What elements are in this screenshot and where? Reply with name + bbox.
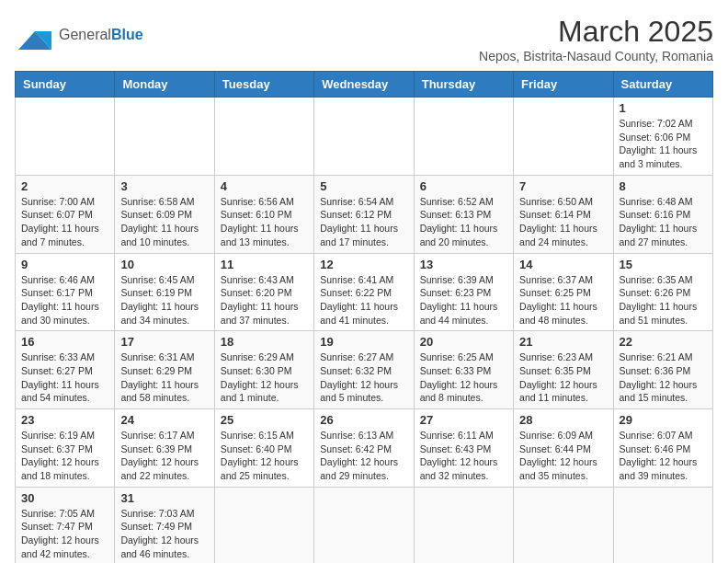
calendar-cell: [115, 98, 214, 176]
day-number: 16: [21, 335, 108, 349]
weekday-header-saturday: Saturday: [613, 72, 712, 98]
calendar-cell: 1Sunrise: 7:02 AM Sunset: 6:06 PM Daylig…: [613, 98, 712, 176]
calendar-cell: [214, 487, 313, 563]
day-info: Sunrise: 6:21 AM Sunset: 6:36 PM Dayligh…: [620, 350, 707, 405]
day-info: Sunrise: 6:52 AM Sunset: 6:13 PM Dayligh…: [420, 195, 507, 249]
day-number: 10: [120, 258, 208, 271]
day-info: Sunrise: 6:43 AM Sunset: 6:20 PM Dayligh…: [221, 273, 308, 327]
day-number: 2: [21, 179, 108, 193]
calendar-cell: 19Sunrise: 6:27 AM Sunset: 6:32 PM Dayli…: [314, 331, 414, 409]
location-subtitle: Nepos, Bistrita-Nasaud County, Romania: [479, 49, 713, 63]
day-info: Sunrise: 6:39 AM Sunset: 6:23 PM Dayligh…: [420, 273, 507, 327]
weekday-header-tuesday: Tuesday: [214, 72, 313, 98]
calendar-cell: 27Sunrise: 6:11 AM Sunset: 6:43 PM Dayli…: [414, 409, 513, 488]
day-info: Sunrise: 6:11 AM Sunset: 6:43 PM Dayligh…: [420, 429, 507, 483]
day-number: 22: [620, 335, 707, 349]
calendar-cell: 28Sunrise: 6:09 AM Sunset: 6:44 PM Dayli…: [514, 409, 613, 488]
calendar-cell: 22Sunrise: 6:21 AM Sunset: 6:36 PM Dayli…: [613, 331, 712, 409]
day-number: 29: [620, 413, 707, 427]
day-info: Sunrise: 6:13 AM Sunset: 6:42 PM Dayligh…: [320, 429, 407, 483]
calendar-week-6: 30Sunrise: 7:05 AM Sunset: 7:47 PM Dayli…: [16, 487, 713, 563]
day-number: 13: [420, 258, 507, 271]
calendar-cell: 18Sunrise: 6:29 AM Sunset: 6:30 PM Dayli…: [214, 331, 313, 409]
calendar-cell: 6Sunrise: 6:52 AM Sunset: 6:13 PM Daylig…: [414, 175, 513, 253]
calendar-cell: [16, 98, 115, 176]
calendar-header-row: SundayMondayTuesdayWednesdayThursdayFrid…: [16, 72, 713, 98]
calendar-cell: [314, 98, 414, 176]
calendar-week-1: 1Sunrise: 7:02 AM Sunset: 6:06 PM Daylig…: [16, 98, 713, 176]
day-info: Sunrise: 6:33 AM Sunset: 6:27 PM Dayligh…: [21, 350, 108, 405]
calendar-cell: 11Sunrise: 6:43 AM Sunset: 6:20 PM Dayli…: [214, 253, 313, 331]
day-number: 4: [221, 179, 308, 193]
calendar-table: SundayMondayTuesdayWednesdayThursdayFrid…: [15, 71, 713, 563]
day-number: 28: [519, 413, 607, 427]
day-info: Sunrise: 6:23 AM Sunset: 6:35 PM Dayligh…: [519, 350, 607, 405]
day-number: 24: [120, 413, 208, 427]
calendar-cell: 20Sunrise: 6:25 AM Sunset: 6:33 PM Dayli…: [414, 331, 513, 409]
calendar-week-2: 2Sunrise: 7:00 AM Sunset: 6:07 PM Daylig…: [16, 175, 713, 253]
calendar-cell: 4Sunrise: 6:56 AM Sunset: 6:10 PM Daylig…: [214, 175, 313, 253]
day-number: 12: [320, 258, 407, 271]
calendar-cell: 16Sunrise: 6:33 AM Sunset: 6:27 PM Dayli…: [16, 331, 115, 409]
day-number: 20: [420, 335, 507, 349]
calendar-cell: 21Sunrise: 6:23 AM Sunset: 6:35 PM Dayli…: [514, 331, 613, 409]
day-number: 21: [519, 335, 607, 349]
day-info: Sunrise: 7:02 AM Sunset: 6:06 PM Dayligh…: [620, 117, 707, 171]
calendar-week-5: 23Sunrise: 6:19 AM Sunset: 6:37 PM Dayli…: [16, 409, 713, 488]
day-info: Sunrise: 6:50 AM Sunset: 6:14 PM Dayligh…: [519, 195, 607, 249]
weekday-header-sunday: Sunday: [16, 72, 115, 98]
day-number: 9: [21, 258, 108, 271]
day-info: Sunrise: 6:09 AM Sunset: 6:44 PM Dayligh…: [519, 429, 607, 483]
day-number: 23: [21, 413, 108, 427]
day-info: Sunrise: 6:31 AM Sunset: 6:29 PM Dayligh…: [120, 350, 208, 405]
day-info: Sunrise: 6:07 AM Sunset: 6:46 PM Dayligh…: [620, 429, 707, 483]
day-number: 27: [420, 413, 507, 427]
title-block: March 2025 Nepos, Bistrita-Nasaud County…: [479, 15, 713, 63]
day-number: 7: [519, 179, 607, 193]
logo: GeneralBlue: [15, 15, 143, 55]
calendar-cell: 26Sunrise: 6:13 AM Sunset: 6:42 PM Dayli…: [314, 409, 414, 488]
calendar-cell: 31Sunrise: 7:03 AM Sunset: 7:49 PM Dayli…: [115, 487, 214, 563]
calendar-cell: 10Sunrise: 6:45 AM Sunset: 6:19 PM Dayli…: [115, 253, 214, 331]
day-number: 30: [21, 491, 108, 505]
day-info: Sunrise: 6:19 AM Sunset: 6:37 PM Dayligh…: [21, 429, 108, 483]
calendar-cell: [414, 487, 513, 563]
calendar-cell: 29Sunrise: 6:07 AM Sunset: 6:46 PM Dayli…: [613, 409, 712, 488]
day-number: 26: [320, 413, 407, 427]
calendar-cell: 14Sunrise: 6:37 AM Sunset: 6:25 PM Dayli…: [514, 253, 613, 331]
day-info: Sunrise: 6:46 AM Sunset: 6:17 PM Dayligh…: [21, 273, 108, 327]
calendar-cell: 24Sunrise: 6:17 AM Sunset: 6:39 PM Dayli…: [115, 409, 214, 488]
weekday-header-wednesday: Wednesday: [314, 72, 414, 98]
day-number: 19: [320, 335, 407, 349]
day-info: Sunrise: 6:29 AM Sunset: 6:30 PM Dayligh…: [221, 350, 308, 405]
calendar-cell: 25Sunrise: 6:15 AM Sunset: 6:40 PM Dayli…: [214, 409, 313, 488]
day-info: Sunrise: 7:03 AM Sunset: 7:49 PM Dayligh…: [120, 507, 208, 561]
calendar-cell: 23Sunrise: 6:19 AM Sunset: 6:37 PM Dayli…: [16, 409, 115, 488]
day-number: 31: [120, 491, 208, 505]
calendar-cell: [414, 98, 513, 176]
day-number: 14: [519, 258, 607, 271]
calendar-cell: 17Sunrise: 6:31 AM Sunset: 6:29 PM Dayli…: [115, 331, 214, 409]
calendar-cell: [514, 98, 613, 176]
calendar-cell: 13Sunrise: 6:39 AM Sunset: 6:23 PM Dayli…: [414, 253, 513, 331]
day-info: Sunrise: 6:41 AM Sunset: 6:22 PM Dayligh…: [320, 273, 407, 327]
day-number: 15: [620, 258, 707, 271]
day-info: Sunrise: 6:56 AM Sunset: 6:10 PM Dayligh…: [221, 195, 308, 249]
page-header: GeneralBlue March 2025 Nepos, Bistrita-N…: [15, 15, 713, 63]
generalblue-logo-icon: [15, 15, 55, 55]
calendar-cell: 2Sunrise: 7:00 AM Sunset: 6:07 PM Daylig…: [16, 175, 115, 253]
day-info: Sunrise: 6:25 AM Sunset: 6:33 PM Dayligh…: [420, 350, 507, 405]
calendar-cell: 30Sunrise: 7:05 AM Sunset: 7:47 PM Dayli…: [16, 487, 115, 563]
calendar-cell: 5Sunrise: 6:54 AM Sunset: 6:12 PM Daylig…: [314, 175, 414, 253]
day-info: Sunrise: 6:54 AM Sunset: 6:12 PM Dayligh…: [320, 195, 407, 249]
calendar-cell: [514, 487, 613, 563]
calendar-cell: 3Sunrise: 6:58 AM Sunset: 6:09 PM Daylig…: [115, 175, 214, 253]
day-number: 25: [221, 413, 308, 427]
day-info: Sunrise: 6:45 AM Sunset: 6:19 PM Dayligh…: [120, 273, 208, 327]
day-number: 6: [420, 179, 507, 193]
calendar-cell: [314, 487, 414, 563]
weekday-header-monday: Monday: [115, 72, 214, 98]
day-info: Sunrise: 6:27 AM Sunset: 6:32 PM Dayligh…: [320, 350, 407, 405]
day-info: Sunrise: 6:37 AM Sunset: 6:25 PM Dayligh…: [519, 273, 607, 327]
day-info: Sunrise: 6:48 AM Sunset: 6:16 PM Dayligh…: [620, 195, 707, 249]
